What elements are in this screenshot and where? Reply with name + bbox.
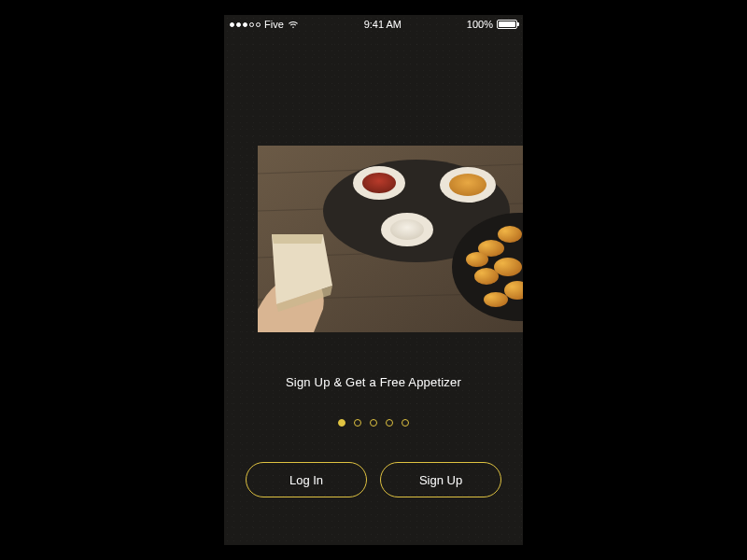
status-right: 100%: [467, 19, 517, 30]
page-dot-3[interactable]: [370, 419, 377, 427]
status-time: 9:41 AM: [364, 19, 402, 30]
phone-screen: Five 9:41 AM 100%: [224, 15, 523, 545]
pagination-dots: [224, 419, 523, 427]
status-left: Five: [230, 19, 299, 30]
svg-point-16: [474, 268, 499, 285]
svg-point-15: [494, 258, 522, 276]
page-dot-5[interactable]: [402, 419, 409, 427]
hero-tagline: Sign Up & Get a Free Appetizer: [224, 375, 523, 389]
signal-strength-icon: [230, 22, 261, 27]
battery-percent: 100%: [467, 19, 493, 30]
battery-icon: [497, 20, 517, 29]
svg-point-11: [449, 174, 486, 196]
page-dot-2[interactable]: [354, 419, 361, 427]
hero-image: [258, 146, 523, 332]
svg-point-7: [362, 173, 396, 193]
svg-point-18: [484, 292, 508, 307]
svg-point-14: [498, 226, 522, 243]
wifi-icon: [288, 21, 299, 29]
page-dot-1[interactable]: [338, 419, 345, 427]
svg-point-9: [390, 219, 424, 240]
page-dot-4[interactable]: [386, 419, 393, 427]
status-bar: Five 9:41 AM 100%: [224, 15, 523, 34]
signup-button[interactable]: Sign Up: [380, 462, 501, 497]
carrier-label: Five: [264, 19, 284, 30]
login-button[interactable]: Log In: [246, 462, 367, 497]
svg-point-19: [466, 252, 488, 267]
onboarding-content: Sign Up & Get a Free Appetizer Log In Si…: [224, 34, 523, 545]
auth-buttons: Log In Sign Up: [224, 462, 523, 497]
